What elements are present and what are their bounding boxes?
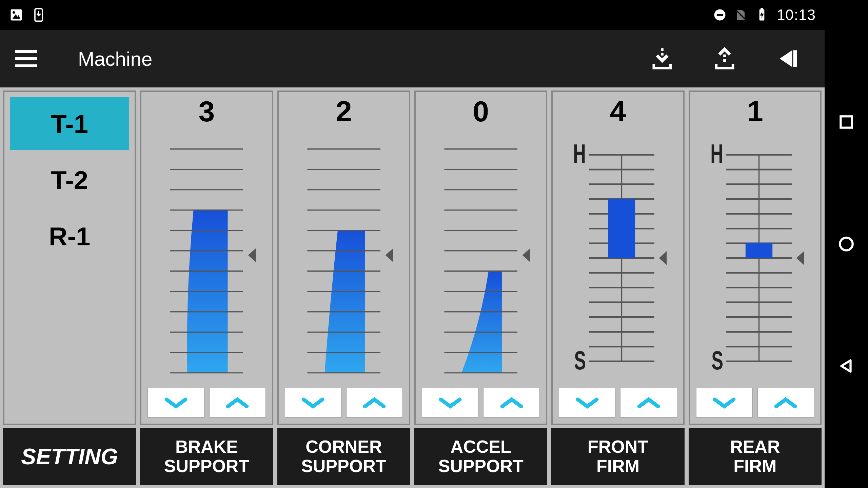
svg-rect-93 xyxy=(841,116,852,127)
hamburger-menu-icon[interactable] xyxy=(15,50,37,67)
skip-back-button[interactable] xyxy=(774,46,800,71)
svg-rect-5 xyxy=(717,14,723,16)
gauge-accel: 0 xyxy=(414,90,547,425)
preset-tab-t-2[interactable]: T-2 xyxy=(10,154,129,206)
svg-marker-26 xyxy=(248,248,256,262)
gauge-value: 0 xyxy=(422,95,540,132)
gauge-value: 1 xyxy=(696,95,814,132)
body: T-1T-2R-1 3 2 xyxy=(0,87,825,425)
svg-marker-95 xyxy=(841,360,850,371)
svg-marker-12 xyxy=(780,50,792,67)
gauge-viz xyxy=(286,132,401,384)
footer-label-brake: BRAKE SUPPORT xyxy=(140,428,273,485)
svg-marker-39 xyxy=(385,248,393,262)
download-button[interactable] xyxy=(650,46,675,71)
android-nav-bar xyxy=(825,0,868,488)
gauge-front: 4 H S xyxy=(551,90,684,425)
upload-button[interactable] xyxy=(712,46,737,71)
footer-label-front: FRONT FIRM xyxy=(551,428,684,485)
gauge-corner: 2 xyxy=(277,90,410,425)
app-bar: Machine xyxy=(0,30,825,87)
gauge-value: 3 xyxy=(147,95,265,132)
decrement-button[interactable] xyxy=(422,388,478,418)
battery-charging-icon xyxy=(754,7,769,22)
gauge-viz xyxy=(149,132,264,384)
gauge-rear: 1 H S xyxy=(689,90,822,425)
svg-point-94 xyxy=(840,238,853,250)
preset-tab-r-1[interactable]: R-1 xyxy=(10,210,129,263)
dnd-icon xyxy=(712,7,727,22)
preset-tab-t-1[interactable]: T-1 xyxy=(10,97,129,150)
gauge-brake: 3 xyxy=(140,90,273,425)
preset-sidebar: T-1T-2R-1 xyxy=(3,90,136,425)
svg-text:S: S xyxy=(574,345,586,375)
image-icon xyxy=(9,7,24,22)
svg-rect-89 xyxy=(745,243,772,258)
decrement-button[interactable] xyxy=(147,388,204,418)
footer: SETTING BRAKE SUPPORT CORNER SUPPORT ACC… xyxy=(0,425,825,488)
decrement-button[interactable] xyxy=(696,388,753,418)
decrement-button[interactable] xyxy=(285,388,341,418)
android-status-bar: 10:13 xyxy=(0,0,825,30)
no-sim-icon xyxy=(733,7,748,22)
gauge-value: 2 xyxy=(285,95,403,132)
decrement-button[interactable] xyxy=(559,388,615,418)
status-clock: 10:13 xyxy=(777,6,816,23)
svg-point-2 xyxy=(13,11,15,14)
svg-text:S: S xyxy=(711,345,723,375)
increment-button[interactable] xyxy=(346,388,403,418)
svg-rect-0 xyxy=(11,9,22,21)
footer-label-corner: CORNER SUPPORT xyxy=(277,428,410,485)
gauge-viz: H S xyxy=(560,132,675,384)
svg-text:H: H xyxy=(573,139,586,168)
footer-label-rear: REAR FIRM xyxy=(689,428,822,485)
gauge-viz xyxy=(423,132,538,384)
back-button[interactable] xyxy=(838,358,855,374)
home-button[interactable] xyxy=(838,236,855,252)
gauge-value: 4 xyxy=(559,95,677,132)
svg-marker-90 xyxy=(796,251,804,265)
increment-button[interactable] xyxy=(757,388,814,418)
footer-label-accel: ACCEL SUPPORT xyxy=(414,428,547,485)
svg-rect-69 xyxy=(608,199,635,258)
gauge-viz: H S xyxy=(697,132,813,384)
svg-marker-52 xyxy=(522,248,530,262)
page-title: Machine xyxy=(78,47,152,70)
svg-rect-8 xyxy=(761,8,763,10)
svg-marker-70 xyxy=(659,251,667,265)
setting-label: SETTING xyxy=(3,428,136,485)
recent-apps-button[interactable] xyxy=(838,114,855,130)
increment-button[interactable] xyxy=(620,388,677,418)
svg-text:H: H xyxy=(710,139,723,168)
svg-rect-13 xyxy=(793,50,797,67)
increment-button[interactable] xyxy=(483,388,540,418)
increment-button[interactable] xyxy=(209,388,266,418)
download-icon xyxy=(31,7,46,22)
